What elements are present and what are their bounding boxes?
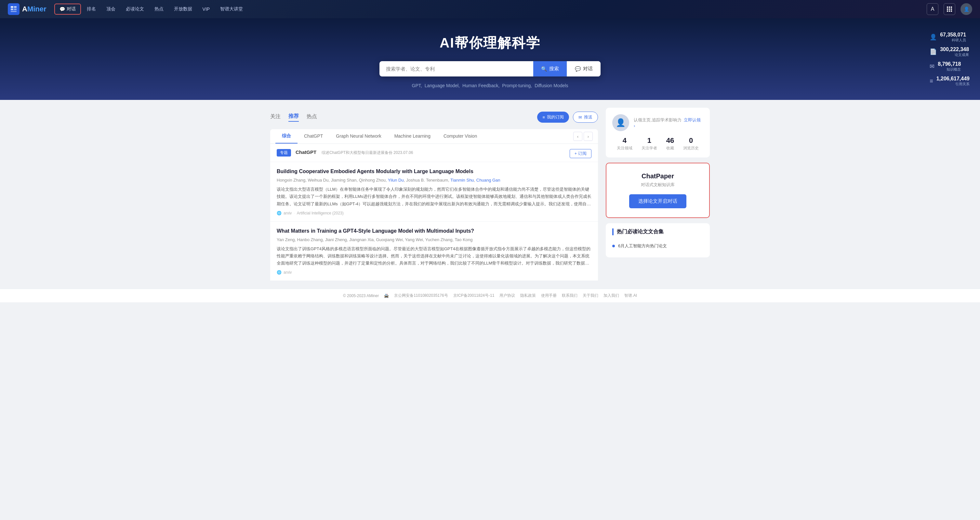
logo-text: AMiner (22, 5, 46, 13)
category-tabs: 综合 ChatGPT Graph Neural Network Machine … (270, 129, 598, 144)
avatar-icon: 👤 (964, 6, 969, 12)
author-highlight-1[interactable]: Yilun Du (388, 178, 404, 183)
svg-rect-0 (11, 6, 13, 8)
author-highlight-3[interactable]: Chuang Gan (476, 178, 500, 183)
stat-follow-scholars: 1 关注学者 (641, 136, 657, 151)
subscription-icon: ≡ (542, 115, 545, 120)
search-icon: 🔍 (541, 66, 547, 72)
researchers-icon: 👤 (930, 33, 937, 41)
cat-tab-all[interactable]: 综合 (275, 129, 298, 144)
paper-meta: 🌐 arxiv (277, 270, 592, 274)
logo-icon (8, 3, 19, 15)
user-avatar[interactable]: 👤 (961, 3, 972, 15)
paper-item: Building Cooperative Embodied Agents Mod… (270, 162, 598, 222)
topic-section: + 订阅 专题 ChatGPT 综述ChatGPT和大模型每日最新进展备份 20… (270, 144, 598, 162)
svg-rect-2 (11, 8, 13, 10)
main-container: 关注 推荐 热点 ≡ 我的订阅 ✉ 推送 综合 ChatGPT Graph Ne… (262, 100, 718, 289)
footer-privacy[interactable]: 隐私政策 (520, 293, 536, 298)
footer: © 2005-2023 AMiner 🚔 京公网安备11010802035176… (0, 289, 980, 302)
stat-history: 0 浏览历史 (683, 136, 699, 151)
feed-tabs: 关注 推荐 热点 ≡ 我的订阅 ✉ 推送 (270, 108, 598, 127)
tag-language-model[interactable]: Language Model, (425, 83, 460, 88)
papers-icon: 📄 (930, 48, 937, 55)
logo[interactable]: AMiner (8, 3, 46, 15)
chat-search-button[interactable]: 💬 对话 (567, 61, 601, 77)
nav-item-open-data[interactable]: 开放数据 (169, 4, 197, 14)
nav-item-chat[interactable]: 💬 对话 (54, 3, 81, 14)
category-nav: ‹ › (573, 132, 593, 141)
globe-icon: 🌐 (277, 211, 282, 215)
footer-zhipu[interactable]: 智谱.AI (624, 293, 637, 298)
my-subscription-button[interactable]: ≡ 我的订阅 (537, 112, 569, 123)
tag-human-feedback[interactable]: Human Feedback, (462, 83, 500, 88)
cat-tab-ml[interactable]: Machine Learning (388, 129, 437, 143)
hero-tags: GPT, Language Model, Human Feedback, Pro… (6, 83, 974, 88)
search-button[interactable]: 🔍 搜索 (533, 61, 567, 77)
svg-rect-3 (14, 8, 17, 10)
stat-papers: 📄 300,222,348 论文成果 (930, 46, 970, 57)
tag-prompt-tuning[interactable]: Prompt-tuning, (502, 83, 532, 88)
paper-link[interactable]: Building Cooperative Embodied Agents Mod… (277, 169, 473, 174)
topic-tag: 专题 (277, 149, 291, 156)
main-nav: 💬 对话 排名 顶会 必读论文 热点 开放数据 VIP 智谱大讲堂 (54, 3, 927, 14)
cat-tab-chatgpt[interactable]: ChatGPT (298, 129, 329, 143)
hot-item[interactable]: 6月人工智能方向热门论文 (612, 240, 703, 252)
chatpaper-card: ChatPaper 对话式文献知识库 选择论文开启对话 (606, 163, 710, 218)
footer-icp2[interactable]: 京ICP备20011824号-11 (453, 293, 495, 298)
citations-icon: ≡ (930, 78, 933, 85)
cat-prev-button[interactable]: ‹ (573, 132, 582, 141)
svg-rect-1 (14, 6, 17, 8)
footer-join[interactable]: 加入我们 (603, 293, 619, 298)
footer-manual[interactable]: 使用手册 (541, 293, 557, 298)
grid-menu-button[interactable] (943, 3, 955, 15)
paper-meta: 🌐 arxiv · Artificial Intelligence (2023) (277, 211, 592, 215)
hero-section: AI帮你理解科学 🔍 搜索 💬 对话 GPT, Language Model, … (0, 18, 980, 100)
cat-next-button[interactable]: › (584, 132, 593, 141)
chat-icon: 💬 (575, 66, 581, 72)
search-input[interactable] (379, 62, 533, 76)
header: AMiner 💬 对话 排名 顶会 必读论文 热点 开放数据 VIP 智谱大讲堂… (0, 0, 980, 18)
hero-title: AI帮你理解科学 (6, 34, 974, 52)
stat-concepts: ✉ 8,796,718 知识概念 (930, 61, 970, 72)
footer-icp1[interactable]: 京公网安备11010802035176号 (394, 293, 448, 298)
translate-button[interactable]: A (927, 3, 939, 15)
profile-stats: 4 关注领域 1 关注学者 46 收藏 0 浏览历史 (612, 136, 703, 151)
profile-top: 👤 认领主页,追踪学术影响力 立即认领 › (612, 114, 703, 131)
nav-item-conference[interactable]: 顶会 (102, 4, 120, 14)
chatpaper-open-button[interactable]: 选择论文开启对话 (629, 194, 686, 208)
footer-contact[interactable]: 联系我们 (562, 293, 578, 298)
chat-nav-icon: 💬 (59, 6, 65, 12)
stats-panel: 👤 67,358,071 科研人员 📄 300,222,348 论文成果 ✉ 8… (930, 32, 970, 86)
footer-about[interactable]: 关于我们 (583, 293, 598, 298)
right-sidebar: 👤 认领主页,追踪学术影响力 立即认领 › 4 关注领域 1 关注学者 46 (606, 108, 710, 281)
nav-item-hot[interactable]: 热点 (150, 4, 168, 14)
svg-rect-4 (11, 11, 17, 12)
nav-item-must-read[interactable]: 必读论文 (121, 4, 149, 14)
paper-link[interactable]: What Matters in Training a GPT4-Style La… (277, 228, 474, 234)
stat-favorites: 46 收藏 (666, 136, 674, 151)
cat-tab-cv[interactable]: Computer Vision (437, 129, 484, 143)
paper-abstract: 该论文指出大型语言模型（LLM）在单智能体任务中展现了令人印象深刻的规划能力，然… (277, 186, 592, 207)
police-icon: 🚔 (384, 293, 389, 298)
profile-avatar: 👤 (612, 114, 629, 131)
feed-actions: ≡ 我的订阅 ✉ 推送 (537, 112, 598, 123)
push-button[interactable]: ✉ 推送 (573, 112, 598, 123)
hot-dot (612, 245, 615, 247)
avatar-placeholder-icon: 👤 (616, 118, 625, 127)
nav-item-vip[interactable]: VIP (198, 5, 215, 14)
tab-recommend[interactable]: 推荐 (288, 113, 299, 122)
tab-follow[interactable]: 关注 (270, 113, 281, 121)
tag-gpt[interactable]: GPT, (412, 83, 422, 88)
stat-follow-areas: 4 关注领域 (617, 136, 632, 151)
paper-abstract: 该论文指出了训练GPT4风格的多模态语言模型所面临的问题。尽管最近的大型语言模型… (277, 246, 592, 267)
footer-user-agreement[interactable]: 用户协议 (500, 293, 515, 298)
nav-item-zhipu[interactable]: 智谱大讲堂 (216, 4, 247, 14)
paper-title: Building Cooperative Embodied Agents Mod… (277, 168, 592, 175)
concepts-icon: ✉ (930, 63, 934, 70)
tag-diffusion[interactable]: Diffusion Models (535, 83, 568, 88)
subscribe-topic-button[interactable]: + 订阅 (570, 149, 592, 158)
cat-tab-gnn[interactable]: Graph Neural Network (329, 129, 388, 143)
nav-item-rank[interactable]: 排名 (82, 4, 100, 14)
author-highlight-2[interactable]: Tianmin Shu (450, 178, 474, 183)
tab-hot[interactable]: 热点 (307, 113, 317, 121)
